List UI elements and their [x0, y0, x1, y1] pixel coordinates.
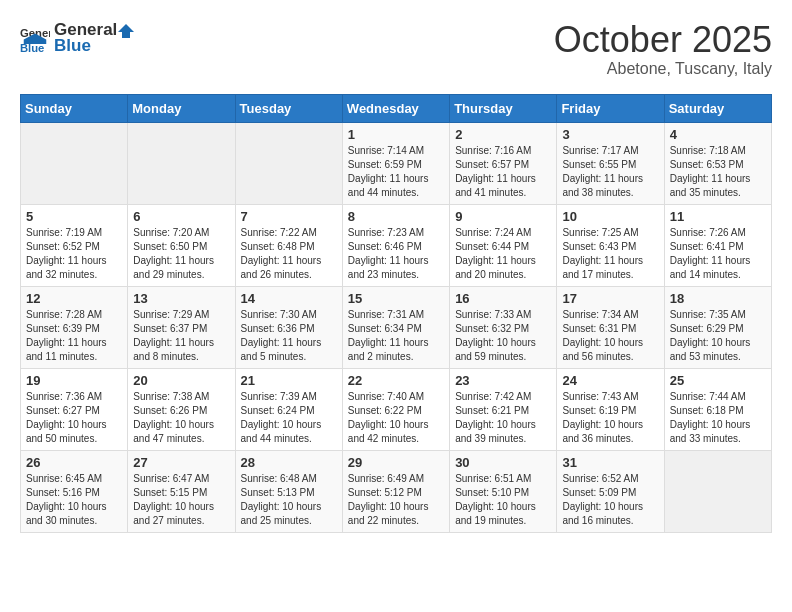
day-info: Sunrise: 7:34 AMSunset: 6:31 PMDaylight:… [562, 308, 658, 364]
svg-text:Blue: Blue [20, 42, 44, 54]
weekday-header-tuesday: Tuesday [235, 94, 342, 122]
day-info: Sunrise: 7:14 AMSunset: 6:59 PMDaylight:… [348, 144, 444, 200]
calendar-cell: 10Sunrise: 7:25 AMSunset: 6:43 PMDayligh… [557, 204, 664, 286]
calendar-cell: 23Sunrise: 7:42 AMSunset: 6:21 PMDayligh… [450, 368, 557, 450]
day-number: 3 [562, 127, 658, 142]
calendar-cell [664, 450, 771, 532]
weekday-header-monday: Monday [128, 94, 235, 122]
day-info: Sunrise: 7:17 AMSunset: 6:55 PMDaylight:… [562, 144, 658, 200]
day-info: Sunrise: 7:43 AMSunset: 6:19 PMDaylight:… [562, 390, 658, 446]
calendar-cell: 15Sunrise: 7:31 AMSunset: 6:34 PMDayligh… [342, 286, 449, 368]
calendar-cell: 17Sunrise: 7:34 AMSunset: 6:31 PMDayligh… [557, 286, 664, 368]
location: Abetone, Tuscany, Italy [554, 60, 772, 78]
day-number: 31 [562, 455, 658, 470]
calendar-cell: 16Sunrise: 7:33 AMSunset: 6:32 PMDayligh… [450, 286, 557, 368]
calendar-cell: 22Sunrise: 7:40 AMSunset: 6:22 PMDayligh… [342, 368, 449, 450]
day-info: Sunrise: 6:51 AMSunset: 5:10 PMDaylight:… [455, 472, 551, 528]
day-info: Sunrise: 7:18 AMSunset: 6:53 PMDaylight:… [670, 144, 766, 200]
day-number: 2 [455, 127, 551, 142]
calendar-cell: 3Sunrise: 7:17 AMSunset: 6:55 PMDaylight… [557, 122, 664, 204]
calendar-week-5: 26Sunrise: 6:45 AMSunset: 5:16 PMDayligh… [21, 450, 772, 532]
calendar-week-1: 1Sunrise: 7:14 AMSunset: 6:59 PMDaylight… [21, 122, 772, 204]
calendar-cell: 8Sunrise: 7:23 AMSunset: 6:46 PMDaylight… [342, 204, 449, 286]
calendar-cell: 11Sunrise: 7:26 AMSunset: 6:41 PMDayligh… [664, 204, 771, 286]
weekday-header-thursday: Thursday [450, 94, 557, 122]
weekday-header-saturday: Saturday [664, 94, 771, 122]
day-info: Sunrise: 7:35 AMSunset: 6:29 PMDaylight:… [670, 308, 766, 364]
day-info: Sunrise: 7:30 AMSunset: 6:36 PMDaylight:… [241, 308, 337, 364]
title-block: October 2025 Abetone, Tuscany, Italy [554, 20, 772, 78]
day-number: 17 [562, 291, 658, 306]
calendar-cell: 9Sunrise: 7:24 AMSunset: 6:44 PMDaylight… [450, 204, 557, 286]
day-info: Sunrise: 7:24 AMSunset: 6:44 PMDaylight:… [455, 226, 551, 282]
day-number: 8 [348, 209, 444, 224]
day-info: Sunrise: 7:23 AMSunset: 6:46 PMDaylight:… [348, 226, 444, 282]
day-number: 27 [133, 455, 229, 470]
day-number: 10 [562, 209, 658, 224]
calendar-cell: 21Sunrise: 7:39 AMSunset: 6:24 PMDayligh… [235, 368, 342, 450]
month-title: October 2025 [554, 20, 772, 60]
calendar-cell: 26Sunrise: 6:45 AMSunset: 5:16 PMDayligh… [21, 450, 128, 532]
logo: General Blue General Blue [20, 20, 135, 56]
day-number: 26 [26, 455, 122, 470]
calendar-week-2: 5Sunrise: 7:19 AMSunset: 6:52 PMDaylight… [21, 204, 772, 286]
logo-bird-icon [117, 22, 135, 40]
calendar-week-4: 19Sunrise: 7:36 AMSunset: 6:27 PMDayligh… [21, 368, 772, 450]
calendar-cell: 5Sunrise: 7:19 AMSunset: 6:52 PMDaylight… [21, 204, 128, 286]
day-info: Sunrise: 6:48 AMSunset: 5:13 PMDaylight:… [241, 472, 337, 528]
day-number: 21 [241, 373, 337, 388]
day-number: 18 [670, 291, 766, 306]
day-number: 23 [455, 373, 551, 388]
day-info: Sunrise: 7:31 AMSunset: 6:34 PMDaylight:… [348, 308, 444, 364]
day-info: Sunrise: 7:26 AMSunset: 6:41 PMDaylight:… [670, 226, 766, 282]
day-number: 20 [133, 373, 229, 388]
page-header: General Blue General Blue October 2025 A… [20, 20, 772, 78]
day-number: 19 [26, 373, 122, 388]
day-info: Sunrise: 7:29 AMSunset: 6:37 PMDaylight:… [133, 308, 229, 364]
calendar-cell [21, 122, 128, 204]
weekday-header-wednesday: Wednesday [342, 94, 449, 122]
day-number: 13 [133, 291, 229, 306]
day-number: 29 [348, 455, 444, 470]
weekday-header-friday: Friday [557, 94, 664, 122]
day-number: 7 [241, 209, 337, 224]
day-info: Sunrise: 7:19 AMSunset: 6:52 PMDaylight:… [26, 226, 122, 282]
day-info: Sunrise: 7:16 AMSunset: 6:57 PMDaylight:… [455, 144, 551, 200]
calendar-cell: 19Sunrise: 7:36 AMSunset: 6:27 PMDayligh… [21, 368, 128, 450]
day-info: Sunrise: 7:39 AMSunset: 6:24 PMDaylight:… [241, 390, 337, 446]
day-number: 24 [562, 373, 658, 388]
day-number: 14 [241, 291, 337, 306]
day-info: Sunrise: 7:44 AMSunset: 6:18 PMDaylight:… [670, 390, 766, 446]
calendar-cell: 30Sunrise: 6:51 AMSunset: 5:10 PMDayligh… [450, 450, 557, 532]
calendar-cell: 29Sunrise: 6:49 AMSunset: 5:12 PMDayligh… [342, 450, 449, 532]
calendar-cell: 27Sunrise: 6:47 AMSunset: 5:15 PMDayligh… [128, 450, 235, 532]
calendar-cell: 12Sunrise: 7:28 AMSunset: 6:39 PMDayligh… [21, 286, 128, 368]
calendar-cell: 2Sunrise: 7:16 AMSunset: 6:57 PMDaylight… [450, 122, 557, 204]
calendar-cell: 31Sunrise: 6:52 AMSunset: 5:09 PMDayligh… [557, 450, 664, 532]
day-number: 22 [348, 373, 444, 388]
calendar-cell: 4Sunrise: 7:18 AMSunset: 6:53 PMDaylight… [664, 122, 771, 204]
weekday-header-sunday: Sunday [21, 94, 128, 122]
calendar-cell: 20Sunrise: 7:38 AMSunset: 6:26 PMDayligh… [128, 368, 235, 450]
day-info: Sunrise: 6:47 AMSunset: 5:15 PMDaylight:… [133, 472, 229, 528]
calendar-cell: 14Sunrise: 7:30 AMSunset: 6:36 PMDayligh… [235, 286, 342, 368]
logo-icon: General Blue [20, 23, 50, 53]
calendar-cell: 6Sunrise: 7:20 AMSunset: 6:50 PMDaylight… [128, 204, 235, 286]
calendar-cell [128, 122, 235, 204]
day-info: Sunrise: 7:42 AMSunset: 6:21 PMDaylight:… [455, 390, 551, 446]
day-number: 16 [455, 291, 551, 306]
calendar-cell [235, 122, 342, 204]
day-info: Sunrise: 7:33 AMSunset: 6:32 PMDaylight:… [455, 308, 551, 364]
day-number: 4 [670, 127, 766, 142]
calendar-cell: 7Sunrise: 7:22 AMSunset: 6:48 PMDaylight… [235, 204, 342, 286]
day-number: 1 [348, 127, 444, 142]
day-info: Sunrise: 7:20 AMSunset: 6:50 PMDaylight:… [133, 226, 229, 282]
day-info: Sunrise: 7:25 AMSunset: 6:43 PMDaylight:… [562, 226, 658, 282]
calendar-cell: 28Sunrise: 6:48 AMSunset: 5:13 PMDayligh… [235, 450, 342, 532]
day-info: Sunrise: 6:49 AMSunset: 5:12 PMDaylight:… [348, 472, 444, 528]
day-info: Sunrise: 7:40 AMSunset: 6:22 PMDaylight:… [348, 390, 444, 446]
svg-marker-3 [118, 24, 134, 38]
day-info: Sunrise: 7:38 AMSunset: 6:26 PMDaylight:… [133, 390, 229, 446]
day-number: 28 [241, 455, 337, 470]
day-number: 12 [26, 291, 122, 306]
